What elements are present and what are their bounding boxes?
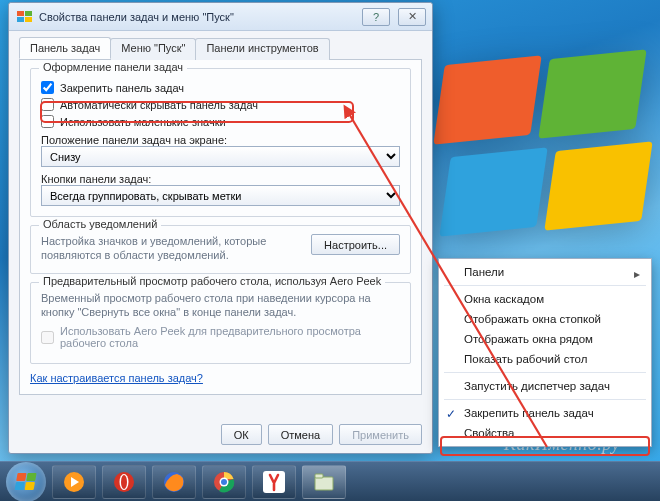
ok-button[interactable]: ОК [221, 424, 262, 445]
tabstrip: Панель задач Меню "Пуск" Панели инструме… [19, 37, 422, 60]
taskbar-app-firefox[interactable] [152, 465, 196, 499]
ctx-taskmgr[interactable]: Запустить диспетчер задач [442, 376, 648, 396]
label-aero-peek: Использовать Aero Peek для предварительн… [60, 325, 400, 349]
windows-logo [440, 60, 650, 250]
ctx-cascade[interactable]: Окна каскадом [442, 289, 648, 309]
ctx-lock-label: Закрепить панель задач [464, 407, 594, 419]
svg-point-8 [221, 479, 227, 485]
tab-taskbar[interactable]: Панель задач [19, 37, 111, 59]
submenu-arrow-icon: ▸ [634, 267, 640, 281]
customize-button[interactable]: Настроить... [311, 234, 400, 255]
ctx-properties[interactable]: Свойства [442, 423, 648, 443]
yandex-icon [263, 471, 285, 493]
dialog-title: Свойства панели задач и меню "Пуск" [39, 11, 354, 23]
label-lock-taskbar: Закрепить панель задач [60, 82, 184, 94]
tab-startmenu[interactable]: Меню "Пуск" [110, 38, 196, 60]
label-buttons: Кнопки панели задач: [41, 173, 400, 185]
checkbox-autohide[interactable] [41, 98, 54, 111]
taskbar-app-chrome[interactable] [202, 465, 246, 499]
group-aero-peek-legend: Предварительный просмотр рабочего стола,… [39, 275, 385, 287]
label-position: Положение панели задач на экране: [41, 134, 400, 146]
label-autohide: Автоматически скрывать панель задач [60, 99, 258, 111]
separator [444, 285, 646, 286]
taskbar[interactable] [0, 461, 660, 501]
checkbox-aero-peek [41, 331, 54, 344]
select-buttons[interactable]: Всегда группировать, скрывать метки [41, 185, 400, 206]
group-aero-peek: Предварительный просмотр рабочего стола,… [30, 282, 411, 365]
tab-panel: Оформление панели задач Закрепить панель… [19, 60, 422, 395]
separator [444, 372, 646, 373]
start-button[interactable] [6, 462, 46, 502]
separator [444, 399, 646, 400]
taskbar-app-yandex[interactable] [252, 465, 296, 499]
apply-button[interactable]: Применить [339, 424, 422, 445]
ctx-panels-label: Панели [464, 266, 504, 278]
select-position[interactable]: Снизу [41, 146, 400, 167]
tab-toolbars[interactable]: Панели инструментов [195, 38, 329, 60]
desktop: Свойства панели задач и меню "Пуск" ? ✕ … [0, 0, 660, 501]
close-button[interactable]: ✕ [398, 8, 426, 26]
taskbar-app-explorer[interactable] [302, 465, 346, 499]
firefox-icon [163, 471, 185, 493]
checkbox-lock-taskbar[interactable] [41, 81, 54, 94]
notification-desc: Настройка значков и уведомлений, которые… [41, 234, 303, 263]
label-small-icons: Использовать маленькие значки [60, 116, 226, 128]
titlebar[interactable]: Свойства панели задач и меню "Пуск" ? ✕ [9, 3, 432, 31]
windows-icon [14, 473, 37, 491]
windows-icon [17, 11, 33, 23]
checkmark-icon: ✓ [446, 407, 456, 421]
taskbar-context-menu: Панели ▸ Окна каскадом Отображать окна с… [438, 258, 652, 447]
svg-rect-10 [315, 477, 333, 490]
taskbar-properties-dialog: Свойства панели задач и меню "Пуск" ? ✕ … [8, 2, 433, 454]
taskbar-app-opera[interactable] [102, 465, 146, 499]
cancel-button[interactable]: Отмена [268, 424, 333, 445]
chrome-icon [213, 471, 235, 493]
media-player-icon [63, 471, 85, 493]
group-notification: Область уведомлений Настройка значков и … [30, 225, 411, 274]
ctx-panels[interactable]: Панели ▸ [442, 262, 648, 282]
ctx-stacked[interactable]: Отображать окна стопкой [442, 309, 648, 329]
group-appearance: Оформление панели задач Закрепить панель… [30, 68, 411, 217]
aero-peek-desc: Временный просмотр рабочего стола при на… [41, 291, 400, 320]
svg-rect-11 [315, 474, 323, 478]
ctx-lock[interactable]: ✓ Закрепить панель задач [442, 403, 648, 423]
ctx-sidebyside[interactable]: Отображать окна рядом [442, 329, 648, 349]
opera-icon [113, 471, 135, 493]
svg-point-4 [121, 475, 127, 489]
explorer-icon [313, 471, 335, 493]
taskbar-app-media-player[interactable] [52, 465, 96, 499]
checkbox-small-icons[interactable] [41, 115, 54, 128]
help-link[interactable]: Как настраивается панель задач? [30, 372, 203, 384]
ctx-show-desktop[interactable]: Показать рабочий стол [442, 349, 648, 369]
group-appearance-legend: Оформление панели задач [39, 61, 187, 73]
dialog-footer: ОК Отмена Применить [221, 424, 422, 445]
group-notification-legend: Область уведомлений [39, 218, 161, 230]
help-button[interactable]: ? [362, 8, 390, 26]
